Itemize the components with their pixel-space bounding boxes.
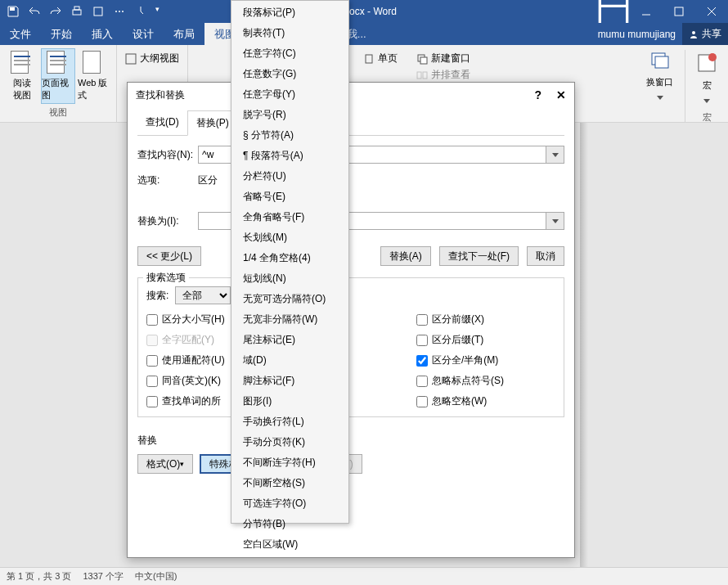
maximize-button[interactable]: [663, 0, 695, 23]
search-direction-label: 搜索:: [146, 289, 169, 303]
read-mode-button[interactable]: 阅读 视图: [5, 48, 39, 104]
account-name[interactable]: mumu mumujiang: [591, 29, 682, 40]
svg-rect-17: [366, 55, 372, 63]
search-direction-select[interactable]: 全部: [175, 286, 231, 304]
status-word-count[interactable]: 1337 个字: [83, 570, 124, 583]
svg-rect-10: [675, 7, 683, 16]
svg-rect-3: [94, 7, 102, 16]
minimize-button[interactable]: [630, 0, 663, 23]
match-fullhalf-checkbox[interactable]: 区分全/半角(M): [416, 353, 555, 367]
special-menu-item[interactable]: § 分节符(A): [231, 125, 348, 146]
qat-dropdown-icon[interactable]: ▾: [155, 5, 160, 18]
print-icon[interactable]: [70, 5, 83, 18]
svg-rect-2: [74, 7, 79, 10]
outline-label: 大纲视图: [140, 52, 179, 65]
tab-layout[interactable]: 布局: [164, 23, 204, 45]
more-icon[interactable]: [113, 5, 126, 18]
special-menu-item[interactable]: ¶ 段落符号(A): [231, 146, 348, 166]
replace-dropdown-button[interactable]: [546, 212, 564, 230]
one-page-button[interactable]: 单页: [363, 52, 398, 65]
svg-point-25: [708, 53, 717, 61]
svg-rect-23: [655, 56, 668, 68]
one-page-label: 单页: [378, 52, 398, 65]
ignore-punct-checkbox[interactable]: 忽略标点符号(S): [416, 374, 555, 388]
redo-icon[interactable]: [49, 5, 62, 18]
macros-label: 宏: [694, 79, 720, 92]
outline-view-button[interactable]: 大纲视图: [125, 52, 179, 65]
undo-icon[interactable]: [28, 5, 41, 18]
status-page[interactable]: 第 1 页，共 3 页: [7, 570, 71, 583]
dialog-close-button[interactable]: ✕: [556, 88, 566, 101]
share-button[interactable]: 共享: [682, 23, 728, 45]
find-dropdown-button[interactable]: [546, 146, 564, 164]
format-button[interactable]: 格式(O): [137, 454, 193, 474]
special-menu-item[interactable]: 手动换行符(L): [231, 412, 348, 432]
tab-file[interactable]: 文件: [0, 23, 41, 45]
special-menu-item[interactable]: 尾注标记(E): [231, 330, 348, 350]
match-prefix-checkbox[interactable]: 区分前缀(X): [416, 313, 555, 326]
special-menu-item[interactable]: 1/4 全角空格(4): [231, 248, 348, 268]
tab-design[interactable]: 设计: [123, 23, 164, 45]
share-icon: [689, 29, 699, 39]
tab-home[interactable]: 开始: [41, 23, 82, 45]
special-menu-item[interactable]: 分栏符(U): [231, 166, 348, 187]
special-menu-item[interactable]: 长划线(M): [231, 227, 348, 248]
options-value: 区分: [198, 173, 218, 187]
special-menu-item[interactable]: 无宽可选分隔符(O): [231, 289, 348, 309]
replace-all-button[interactable]: 替换(A): [380, 246, 431, 266]
customize-icon[interactable]: [92, 5, 105, 18]
less-button[interactable]: << 更少(L): [137, 246, 201, 266]
web-layout-label: Web 版式: [78, 77, 110, 101]
touch-icon[interactable]: [134, 5, 147, 18]
special-menu-item[interactable]: 脚注标记(F): [231, 371, 348, 391]
status-language[interactable]: 中文(中国): [135, 570, 177, 583]
search-options-label: 搜索选项: [143, 271, 189, 285]
svg-point-6: [122, 11, 124, 12]
side-by-side-icon: [416, 70, 428, 81]
macros-button[interactable]: 宏 宏: [685, 50, 720, 124]
one-page-icon: [363, 53, 375, 65]
special-menu-item[interactable]: 任意字符(C): [231, 43, 348, 64]
special-menu-item[interactable]: 不间断空格(S): [231, 473, 348, 493]
find-next-button[interactable]: 查找下一处(F): [439, 246, 519, 266]
special-menu-item[interactable]: 段落标记(P): [231, 2, 348, 23]
tab-find-toggle[interactable]: 查找(D): [137, 110, 187, 135]
special-menu-item[interactable]: 制表符(T): [231, 23, 348, 43]
special-menu-item[interactable]: 无宽非分隔符(W): [231, 309, 348, 330]
close-button[interactable]: [695, 0, 728, 23]
switch-windows-button[interactable]: 换窗口: [646, 50, 673, 103]
svg-rect-0: [10, 7, 15, 11]
svg-rect-19: [420, 57, 427, 64]
side-by-side-label: 并排查看: [431, 68, 470, 82]
special-menu-item[interactable]: 省略号(E): [231, 187, 348, 207]
special-menu-item[interactable]: 空白区域(W): [231, 534, 348, 555]
cancel-button[interactable]: 取消: [527, 246, 564, 266]
special-menu-item[interactable]: 域(D): [231, 350, 348, 371]
outline-icon: [125, 53, 137, 65]
tab-insert[interactable]: 插入: [82, 23, 123, 45]
special-menu-item[interactable]: 短划线(N): [231, 268, 348, 289]
ignore-space-checkbox[interactable]: 忽略空格(W): [416, 394, 555, 408]
new-window-button[interactable]: 新建窗口: [416, 52, 470, 65]
web-layout-button[interactable]: Web 版式: [77, 48, 111, 104]
dialog-help-button[interactable]: ?: [534, 88, 542, 101]
ribbon-display-icon[interactable]: [597, 0, 630, 23]
special-menu-item[interactable]: 手动分页符(K): [231, 432, 348, 452]
view-side-by-side-button[interactable]: 并排查看: [416, 68, 470, 82]
special-format-menu: 段落标记(P)制表符(T)任意字符(C)任意数字(G)任意字母(Y)脱字号(R)…: [231, 0, 349, 524]
print-layout-button[interactable]: 页面视图: [41, 48, 75, 104]
save-icon[interactable]: [7, 5, 20, 18]
special-menu-item[interactable]: 全角省略号(F): [231, 207, 348, 227]
special-menu-item[interactable]: 图形(I): [231, 391, 348, 412]
special-menu-item[interactable]: 任意字母(Y): [231, 84, 348, 105]
special-menu-item[interactable]: 任意数字(G): [231, 64, 348, 84]
match-suffix-checkbox[interactable]: 区分后缀(T): [416, 333, 555, 347]
special-menu-item[interactable]: 脱字号(R): [231, 105, 348, 125]
special-menu-item[interactable]: 可选连字符(O): [231, 493, 348, 514]
special-menu-item[interactable]: 分节符(B): [231, 514, 348, 534]
special-menu-item[interactable]: 不间断连字符(H): [231, 452, 348, 473]
macros-icon: [694, 50, 720, 76]
chevron-down-icon: [657, 96, 663, 100]
find-what-label: 查找内容(N):: [137, 148, 193, 162]
read-mode-label: 阅读 视图: [13, 77, 31, 101]
